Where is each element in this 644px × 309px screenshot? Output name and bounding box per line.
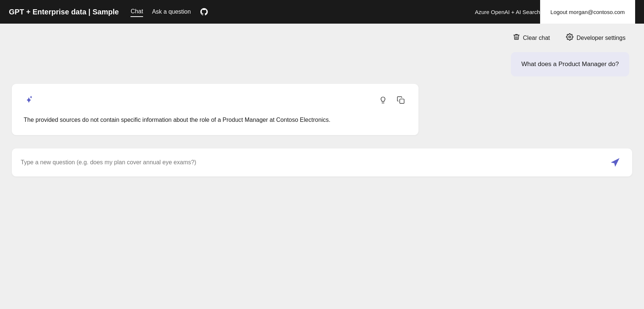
app-header: GPT + Enterprise data | Sample Chat Ask … xyxy=(0,0,644,24)
chat-toolbar: Clear chat Developer settings xyxy=(12,31,632,45)
developer-settings-button[interactable]: Developer settings xyxy=(562,31,629,45)
trash-icon xyxy=(513,33,520,42)
send-button[interactable] xyxy=(607,156,623,169)
settings-icon xyxy=(566,33,573,42)
azure-badge: Azure OpenAI + AI Search xyxy=(475,9,540,15)
header-right: Azure OpenAI + AI Search Logout morgan@c… xyxy=(475,0,635,24)
svg-rect-1 xyxy=(400,99,404,103)
user-message: What does a Product Manager do? xyxy=(511,52,629,76)
nav-ask-question[interactable]: Ask a question xyxy=(152,7,191,17)
chat-input[interactable] xyxy=(21,157,607,168)
app-title: GPT + Enterprise data | Sample xyxy=(9,8,119,16)
header-nav: Chat Ask a question xyxy=(131,7,463,17)
user-message-wrapper: What does a Product Manager do? xyxy=(12,52,632,76)
ai-response-text: The provided sources do not contain spec… xyxy=(24,115,407,125)
ai-response-actions xyxy=(377,94,407,106)
ai-response: The provided sources do not contain spec… xyxy=(12,84,418,135)
input-area xyxy=(12,148,632,176)
main-content: Clear chat Developer settings What does … xyxy=(0,24,644,309)
chat-area: What does a Product Manager do? xyxy=(12,52,632,302)
logout-button[interactable]: Logout morgan@contoso.com xyxy=(540,0,635,24)
clear-chat-label: Clear chat xyxy=(523,35,550,41)
nav-chat[interactable]: Chat xyxy=(131,7,143,17)
github-icon[interactable] xyxy=(200,7,209,16)
developer-settings-label: Developer settings xyxy=(576,35,626,41)
copy-icon[interactable] xyxy=(395,94,407,106)
ai-response-header xyxy=(24,94,407,106)
clear-chat-button[interactable]: Clear chat xyxy=(509,31,554,45)
lightbulb-icon[interactable] xyxy=(377,94,389,106)
svg-point-0 xyxy=(569,36,571,38)
sparkle-icon xyxy=(24,94,35,106)
